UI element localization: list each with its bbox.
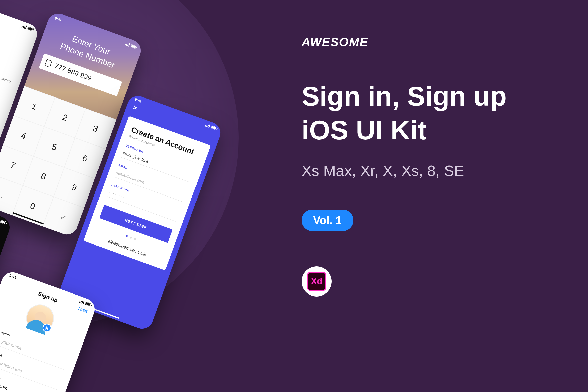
login-link[interactable]: Already a member? Login xyxy=(92,233,162,262)
title-line1: Sign in, Sign up xyxy=(302,79,507,113)
product-title: Sign in, Sign up iOS UI Kit xyxy=(302,79,507,147)
adobe-xd-badge: Xd xyxy=(302,266,332,297)
sim-icon xyxy=(44,59,52,68)
xd-icon: Xd xyxy=(307,272,326,291)
status-time: 9:41 xyxy=(54,16,62,22)
next-button[interactable]: Next xyxy=(78,306,89,314)
title-line2: iOS UI Kit xyxy=(302,113,507,147)
email-input[interactable]: rt@mail.com xyxy=(0,83,2,120)
phone-value: 777 888 999 xyxy=(54,62,93,82)
volume-badge: Vol. 1 xyxy=(302,210,353,231)
device-list: Xs Max, Xr, X, Xs, 8, SE xyxy=(302,162,507,179)
brand-wordmark: AWESOME xyxy=(302,35,507,49)
